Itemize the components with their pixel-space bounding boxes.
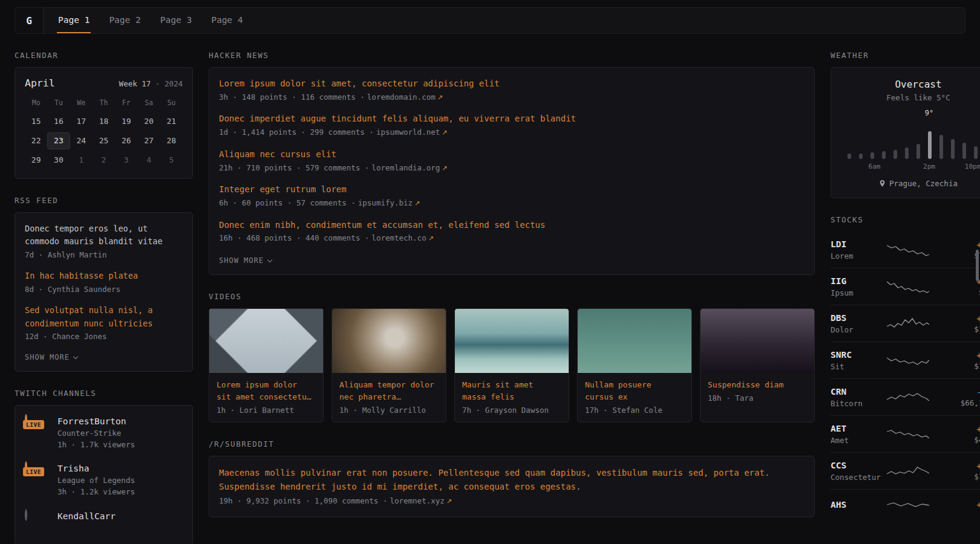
stock-symbol: CCS	[831, 460, 886, 472]
reddit-post-title[interactable]: Maecenas mollis pulvinar erat non posuer…	[219, 466, 805, 493]
stock-row[interactable]: LDI Lorem +4.35% $795.18	[831, 232, 980, 268]
weather-bar	[939, 135, 943, 159]
rss-item-meta: 7d · Ashlyn Martin	[25, 250, 183, 261]
chevron-down-icon	[267, 257, 272, 262]
video-card[interactable]: Lorem ipsum dolor sit amet consectetu… 1…	[209, 308, 324, 423]
calendar-day: 28	[160, 132, 183, 149]
middle-column: HACKER NEWS Lorem ipsum dolor sit amet, …	[209, 51, 815, 534]
twitch-channel[interactable]: LIVE Trisha League of Legends 3h · 1.2k …	[25, 462, 183, 498]
calendar-dot: ·	[155, 79, 160, 88]
channel-name: KendallCarr	[57, 510, 116, 523]
news-meta-text: 16h · 468 points · 440 comments ·	[219, 233, 369, 242]
subreddit-card: Maecenas mollis pulvinar erat non posuer…	[209, 456, 815, 517]
weather-bar	[962, 143, 966, 159]
stock-row[interactable]: SNRC Sit +1.36% $148.64	[831, 342, 980, 379]
news-title-link[interactable]: Donec enim nibh, condimentum et accumsan…	[219, 219, 805, 232]
calendar-dow: Th	[93, 96, 115, 111]
twitch-channel[interactable]: KendallCarr	[25, 510, 183, 523]
stock-id: AHS	[831, 499, 886, 511]
stock-price: $156.28	[974, 324, 980, 335]
stock-values: +1.42% $156.28	[974, 313, 980, 335]
news-domain: loremlandia.org	[371, 163, 440, 172]
stock-values: +0.51% $165.84	[974, 461, 980, 482]
tab-page-4[interactable]: Page 4	[210, 8, 244, 33]
calendar-day-next-month: 5	[160, 152, 183, 169]
video-card[interactable]: Mauris sit amet massa felis 7h · Grayson…	[454, 308, 569, 423]
news-title-link[interactable]: Donec imperdiet augue tincidunt felis al…	[219, 112, 805, 126]
live-badge: LIVE	[23, 467, 44, 476]
tab-page-3[interactable]: Page 3	[159, 8, 193, 33]
sparkline-path	[887, 393, 929, 401]
hackernews-card: Lorem ipsum dolor sit amet, consectetur …	[209, 67, 815, 275]
reddit-domain-link[interactable]: loremnet.xyz↗	[390, 496, 452, 505]
news-title-link[interactable]: Lorem ipsum dolor sit amet, consectetur …	[219, 77, 805, 91]
weather-x-labels: 6am 2pm 10pm	[848, 163, 980, 172]
tab-page-1[interactable]: Page 1	[57, 8, 91, 33]
rss-show-more-button[interactable]: SHOW MORE	[25, 353, 77, 361]
tab-page-2[interactable]: Page 2	[108, 8, 142, 33]
news-title-link[interactable]: Aliquam nec cursus elit	[219, 148, 805, 161]
calendar-section: CALENDAR April Week 17 · 2024 Mo Tu We T…	[15, 51, 193, 179]
news-domain-link[interactable]: ipsumworld.net↗	[376, 128, 448, 137]
calendar-day: 17	[70, 113, 93, 130]
weather-bars: 9°	[848, 120, 980, 159]
page-tabs: Page 1 Page 2 Page 3 Page 4	[57, 8, 244, 33]
hackernews-section-title: HACKER NEWS	[209, 51, 815, 60]
stock-id: IIG Ipsum	[831, 276, 886, 298]
stock-price: $148.64	[974, 361, 980, 372]
hackernews-show-more-label: SHOW MORE	[219, 256, 264, 265]
calendar-day: 24	[70, 132, 93, 149]
scrollbar-thumb[interactable]	[976, 250, 979, 281]
video-card[interactable]: Aliquam tempor dolor nec pharetra… 1h · …	[332, 308, 446, 423]
rss-item-title[interactable]: Donec tempor eros leo, ut commodo mauris…	[25, 222, 183, 248]
stock-row[interactable]: DBS Dolor +1.42% $156.28	[831, 305, 980, 342]
news-meta: 1d · 1,414 points · 299 comments ·ipsumw…	[219, 127, 805, 138]
rss-item: In hac habitasse platea 8d · Cynthia Sau…	[25, 270, 183, 295]
news-domain: ipsumify.biz	[358, 198, 413, 207]
external-link-icon: ↗	[442, 129, 447, 137]
twitch-channel[interactable]: LIVE ForrestBurton Counter-Strike 1h · 1…	[25, 415, 183, 451]
hackernews-section: HACKER NEWS Lorem ipsum dolor sit amet, …	[209, 51, 815, 275]
live-badge: LIVE	[23, 420, 44, 429]
hackernews-show-more-button[interactable]: SHOW MORE	[219, 256, 272, 265]
news-title-link[interactable]: Integer eget rutrum lorem	[219, 183, 805, 196]
video-meta: 1h · Lori Barnett	[209, 406, 323, 422]
stock-id: DBS Dolor	[831, 312, 886, 335]
video-card[interactable]: Nullam posuere cursus ex 17h · Stefan Co…	[577, 308, 692, 423]
stock-id: LDI Lorem	[831, 239, 886, 261]
video-thumbnail	[455, 309, 569, 373]
top-nav: G Page 1 Page 2 Page 3 Page 4	[15, 7, 965, 34]
rss-item-title[interactable]: Sed volutpat nulla nisl, a condimentum n…	[25, 304, 183, 330]
news-domain-link[interactable]: loremlandia.org↗	[371, 163, 447, 172]
stock-row[interactable]: IIG Ipsum +2.84% $42.04	[831, 268, 980, 305]
video-card[interactable]: Suspendisse diam 18h · Tara	[700, 308, 815, 423]
stock-name: Dolor	[831, 325, 886, 335]
news-domain-link[interactable]: ipsumify.biz↗	[358, 198, 420, 207]
stock-row[interactable]: AET Amet +0.92% $499.72	[831, 416, 980, 453]
calendar-dow: Sa	[137, 96, 160, 111]
news-domain-link[interactable]: loremdomain.com↗	[367, 92, 443, 102]
stock-change: -1.00%	[961, 387, 980, 398]
weather-section-title: WEATHER	[831, 51, 980, 60]
weather-card: Overcast Feels like 5°C 9° 6am 2pm 10pm …	[831, 67, 980, 198]
rss-item-title[interactable]: In hac habitasse platea	[25, 270, 183, 282]
stock-row[interactable]: CRN Bitcorn -1.00% $66,171.48	[831, 379, 980, 416]
stock-symbol: AET	[831, 423, 886, 435]
sparkline-path	[887, 319, 929, 327]
channel-name: ForrestBurton	[57, 415, 135, 428]
stock-price: $165.84	[974, 471, 980, 482]
calendar-day: 26	[115, 132, 137, 149]
rss-item: Donec tempor eros leo, ut commodo mauris…	[25, 222, 183, 261]
weather-location: Prague, Czechia	[841, 179, 980, 188]
sparkline-path	[887, 467, 929, 474]
video-meta: 1h · Molly Carrillo	[332, 406, 446, 422]
calendar-day: 15	[25, 113, 47, 130]
weather-x-label: 10pm	[965, 163, 980, 170]
stock-row[interactable]: AHS +0.46%	[831, 490, 980, 519]
twitch-section: TWITCH CHANNELS LIVE ForrestBurton Count…	[15, 389, 193, 544]
channel-info: Trisha League of Legends 3h · 1.2k viewe…	[57, 462, 135, 498]
news-domain-link[interactable]: loremtech.co↗	[371, 233, 434, 242]
external-link-icon: ↗	[428, 235, 434, 242]
news-domain: ipsumworld.net	[376, 128, 440, 137]
stock-row[interactable]: CCS Consectetur +0.51% $165.84	[831, 453, 980, 490]
